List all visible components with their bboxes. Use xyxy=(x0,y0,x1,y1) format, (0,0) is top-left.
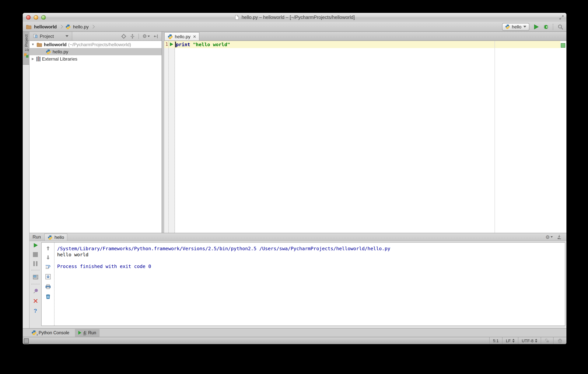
keyword-token: print xyxy=(176,42,190,47)
pause-output-button[interactable] xyxy=(33,261,37,266)
breadcrumb-project[interactable]: helloworld xyxy=(34,24,57,29)
sidebar-tab-project[interactable]: 1: Project xyxy=(23,32,30,65)
title-bar[interactable]: hello.py – helloworld – [~/PycharmProjec… xyxy=(23,13,567,22)
traffic-lights xyxy=(26,15,46,20)
stop-button[interactable] xyxy=(33,252,38,257)
run-toolwindow: Run hello ⚙ xyxy=(30,233,567,328)
soft-wrap-button[interactable] xyxy=(45,264,51,270)
toolwindow-quick-access-icon[interactable] xyxy=(24,338,29,343)
external-libraries-label: External Libraries xyxy=(42,56,77,62)
rerun-button[interactable] xyxy=(33,243,38,248)
run-configuration-label: hello xyxy=(512,24,521,29)
down-stack-trace-button[interactable] xyxy=(45,255,51,260)
python-console-button[interactable]: › Python Console xyxy=(28,329,73,337)
project-panel-header: Project ⚙ xyxy=(30,32,162,41)
updown-arrows-icon xyxy=(512,339,514,342)
console-output[interactable]: /System/Library/Frameworks/Python.framew… xyxy=(54,243,565,326)
run-configuration-select[interactable]: hello xyxy=(502,23,529,31)
tree-row-hello-py[interactable]: hello.py xyxy=(30,48,162,55)
editor-body[interactable]: 1 print"hello world" xyxy=(164,41,567,233)
close-button[interactable] xyxy=(33,298,38,304)
run-icon xyxy=(78,331,81,335)
breadcrumb-file[interactable]: hello.py xyxy=(73,24,89,29)
toolbar-separator xyxy=(553,24,554,30)
print-button[interactable] xyxy=(45,284,51,289)
project-view-label: Project xyxy=(40,33,54,39)
console-blank-line xyxy=(57,257,565,263)
tree-row-project-root[interactable]: ▼ helloworld (~/PycharmProjects/hellowor… xyxy=(30,41,162,48)
document-icon xyxy=(234,15,240,20)
project-stripe-label: 1: Project xyxy=(24,34,28,51)
project-view-select[interactable]: Project xyxy=(30,32,73,41)
restore-layout-button[interactable] xyxy=(32,274,38,280)
caret-position-widget[interactable]: 5:1 xyxy=(489,337,502,344)
collapsed-arrow-icon[interactable]: ▶ xyxy=(31,57,35,61)
tree-row-external-libraries[interactable]: ▶ External Libraries xyxy=(30,55,162,63)
fullscreen-expand-icon[interactable] xyxy=(559,15,564,20)
editor-tab-hello-py[interactable]: hello.py × xyxy=(164,32,200,41)
encoding-widget[interactable]: UTF-8 xyxy=(518,337,541,344)
gutter-separator xyxy=(168,41,169,233)
close-window-button[interactable] xyxy=(26,15,31,20)
chevron-down-icon xyxy=(551,236,553,238)
run-panel-title: Run xyxy=(32,234,41,240)
scroll-to-end-button[interactable] xyxy=(45,274,51,280)
window-title-text: hello.py – helloworld – [~/PycharmProjec… xyxy=(242,15,355,20)
status-bar: 5:1 LF UTF-8 xyxy=(23,337,567,344)
project-panel-toolbar: ⚙ xyxy=(121,33,162,39)
run-settings-button[interactable]: ⚙ xyxy=(546,235,553,239)
python-file-icon xyxy=(65,24,71,29)
locate-file-icon[interactable] xyxy=(121,33,126,39)
python-file-icon xyxy=(46,49,51,54)
chevron-right-icon xyxy=(59,25,63,29)
run-content: ? /System/Library/Frameworks/Python.fram… xyxy=(30,241,567,328)
run-left-toolbar: ? xyxy=(30,243,41,313)
pin-tab-button[interactable] xyxy=(32,288,38,294)
python-console-label: Python Console xyxy=(39,331,69,335)
tab-label: hello.py xyxy=(175,34,190,39)
unlocked-icon xyxy=(545,338,550,343)
string-token: "hello world" xyxy=(193,42,230,47)
gutter-run-icon[interactable] xyxy=(169,42,174,47)
file-label: hello.py xyxy=(52,49,68,54)
inspection-status-icon[interactable] xyxy=(561,43,565,48)
window-title: hello.py – helloworld – [~/PycharmProjec… xyxy=(234,15,355,20)
console-toolbar xyxy=(42,243,54,326)
editor-area: hello.py × 1 print"hello world" xyxy=(164,32,567,233)
clear-all-trash-button[interactable] xyxy=(45,293,51,299)
chevron-down-icon xyxy=(66,35,69,37)
up-stack-trace-button[interactable] xyxy=(45,246,51,251)
project-root-path: (~/PycharmProjects/helloworld) xyxy=(68,42,131,47)
help-button[interactable]: ? xyxy=(34,308,37,313)
collapse-all-icon[interactable] xyxy=(130,33,135,39)
run-toolwindow-button[interactable]: 4: Run xyxy=(75,329,100,337)
code-line-1[interactable]: print"hello world" xyxy=(176,41,230,48)
navigation-bar: helloworld hello.py hello xyxy=(23,22,567,32)
line-number: 1 xyxy=(165,41,168,48)
updown-arrows-icon xyxy=(535,339,537,342)
dock-panel-icon[interactable] xyxy=(556,234,562,240)
run-header-toolbar: ⚙ xyxy=(546,234,563,240)
minimize-window-button[interactable] xyxy=(34,15,38,20)
search-icon[interactable] xyxy=(557,24,563,30)
run-console: /System/Library/Frameworks/Python.framew… xyxy=(41,242,565,326)
close-icon[interactable]: × xyxy=(193,34,196,39)
zoom-window-button[interactable] xyxy=(41,15,46,20)
hide-panel-icon[interactable] xyxy=(153,33,158,39)
expanded-arrow-icon[interactable]: ▼ xyxy=(31,43,35,46)
lock-widget[interactable] xyxy=(541,337,553,344)
chevron-down-icon xyxy=(147,35,150,37)
panel-settings-button[interactable]: ⚙ xyxy=(142,34,150,39)
project-tree: ▼ helloworld (~/PycharmProjects/hellowor… xyxy=(30,41,162,63)
folder-icon xyxy=(36,42,42,47)
run-content-tab[interactable]: hello xyxy=(44,234,68,241)
hector-inspector-widget[interactable] xyxy=(553,337,567,344)
gutter-separator xyxy=(174,41,175,233)
python-file-icon xyxy=(168,34,173,39)
project-view-icon xyxy=(33,34,38,39)
line-separator-widget[interactable]: LF xyxy=(502,337,518,344)
python-logo-icon xyxy=(505,24,510,29)
run-button[interactable] xyxy=(533,24,539,30)
folder-icon xyxy=(26,24,32,30)
debug-bug-button[interactable] xyxy=(543,24,549,30)
